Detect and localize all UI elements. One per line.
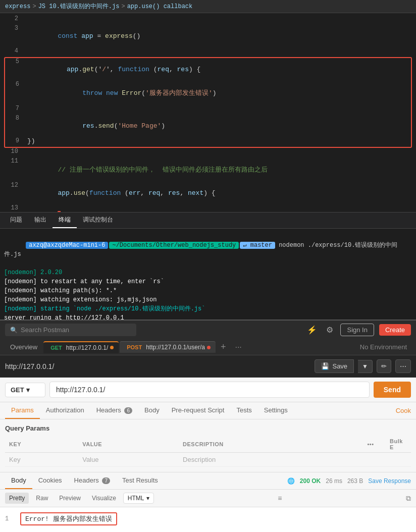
current-url: http://127.0.0.1/ — [5, 362, 310, 370]
resp-tab-cookies[interactable]: Cookies — [32, 472, 68, 489]
filter-icon[interactable]: ≡ — [278, 494, 282, 502]
value-column-header: VALUE — [78, 436, 179, 453]
more-tabs-button[interactable]: ··· — [231, 343, 245, 352]
code-line: 2 — [0, 15, 416, 25]
request-option-tabs: Params Authorization Headers 6 Body Pre-… — [0, 402, 416, 419]
param-value-input[interactable]: Value — [78, 453, 179, 467]
add-tab-button[interactable]: + — [217, 342, 230, 352]
environment-selector[interactable]: No Environment — [356, 341, 411, 353]
code-lines: 2 3 const app = express() 4 5 app.get('/… — [0, 13, 416, 212]
postman-header: 🔍 Search Postman ⚡ ⚙ Sign In Create — [0, 321, 416, 339]
code-line: 11 // 注册一个错误级别的中间件， 错误中间件必须注册在所有路由之后 — [0, 157, 416, 182]
sign-in-button[interactable]: Sign In — [340, 324, 374, 336]
response-format-bar: Pretty Raw Preview Visualize HTML ▾ ≡ ⧉ — [0, 490, 416, 507]
terminal-path: ~/Documents/Other/web_nodejs_study — [109, 242, 239, 249]
query-params-section: Query Params KEY VALUE DESCRIPTION ••• B… — [0, 419, 416, 472]
req-tab-pre-request[interactable]: Pre-request Script — [166, 402, 231, 419]
response-error-text: Error! 服务器内部发生错误 — [20, 512, 117, 525]
method-chevron: ▾ — [26, 386, 30, 394]
resp-tab-test-results[interactable]: Test Results — [116, 472, 164, 489]
search-icon: 🔍 — [10, 327, 18, 334]
status-ok-badge: 200 OK — [300, 477, 321, 485]
terminal-tab-issues[interactable]: 问题 — [4, 212, 28, 228]
url-input[interactable] — [49, 382, 370, 398]
postman-search-bar[interactable]: 🔍 Search Postman — [5, 324, 136, 336]
description-column-header: DESCRIPTION — [179, 436, 355, 453]
terminal-line: [nodemon] to restart at any time, enter … — [4, 277, 412, 286]
send-button[interactable]: Send — [374, 382, 411, 398]
response-time: 26 ms — [326, 477, 342, 485]
terminal-line: server runing at http://127.0.0.1 — [4, 313, 412, 320]
save-response-button[interactable]: Save Response — [368, 477, 411, 485]
code-line: 13 console.log('发生了错误：' + err.message); — [0, 204, 416, 212]
params-table: KEY VALUE DESCRIPTION ••• Bulk E Key Val… — [5, 436, 411, 467]
save-button[interactable]: 💾 Save — [315, 359, 354, 373]
language-chevron: ▾ — [146, 495, 149, 502]
copy-icon[interactable]: ⧉ — [406, 494, 411, 503]
req-tab-settings[interactable]: Settings — [258, 402, 294, 419]
request-row: GET ▾ Send — [0, 378, 416, 402]
req-tab-auth[interactable]: Authorization — [40, 402, 90, 419]
response-line-1: 1 Error! 服务器内部发生错误 — [5, 512, 411, 525]
tab-url-get: http://127.0.0.1/ — [66, 344, 108, 351]
modified-indicator-get — [110, 346, 114, 349]
request-tab-post[interactable]: POST http://127.0.0.1/user/a — [120, 341, 216, 353]
highlight-block: 5 app.get('/', function (req, res) { 6 t… — [4, 57, 412, 148]
req-tab-tests[interactable]: Tests — [230, 402, 257, 419]
overview-tab[interactable]: Overview — [5, 339, 42, 355]
tab-url-post: http://127.0.0.1/user/a — [146, 344, 205, 351]
query-params-title: Query Params — [5, 424, 411, 432]
terminal-tab-debug[interactable]: 调试控制台 — [77, 212, 119, 228]
method-post-badge: POST — [125, 344, 144, 351]
req-tab-body[interactable]: Body — [138, 402, 166, 419]
create-button[interactable]: Create — [379, 324, 411, 336]
param-row-empty: Key Value Description — [5, 453, 411, 467]
param-key-input[interactable]: Key — [5, 453, 78, 467]
format-pretty-button[interactable]: Pretty — [5, 493, 29, 504]
selected-method: GET — [11, 386, 24, 394]
method-selector[interactable]: GET ▾ — [5, 383, 45, 397]
response-size: 263 B — [347, 477, 363, 485]
format-raw-button[interactable]: Raw — [32, 493, 52, 504]
req-tab-headers[interactable]: Headers 6 — [90, 402, 138, 419]
response-tabs-bar: Body Cookies Headers 7 Test Results 🌐 20… — [0, 472, 416, 490]
line-number: 1 — [5, 515, 15, 522]
search-placeholder: Search Postman — [21, 326, 69, 334]
req-tab-params[interactable]: Params — [5, 402, 40, 419]
code-line: 12 app.use(function (err, req, res, next… — [0, 182, 416, 204]
code-line: 4 — [0, 47, 416, 57]
breadcrumb: express > JS 10.错误级别的中间件.js > app.use() … — [0, 0, 416, 13]
language-selector[interactable]: HTML ▾ — [123, 493, 154, 504]
code-line: 3 const app = express() — [0, 25, 416, 47]
resp-tab-body[interactable]: Body — [5, 472, 32, 489]
format-visualize-button[interactable]: Visualize — [88, 493, 120, 504]
headers-count-badge: 6 — [124, 407, 132, 414]
request-tab-get[interactable]: GET http://127.0.0.1/ — [43, 341, 119, 353]
resp-headers-count-badge: 7 — [102, 477, 110, 484]
terminal-tab-output[interactable]: 输出 — [28, 212, 53, 228]
globe-icon: 🌐 — [287, 477, 295, 485]
modified-indicator-post — [207, 346, 211, 349]
terminal-line: [nodemon] 2.0.20 — [4, 268, 412, 277]
header-actions: ⚡ ⚙ Sign In Create — [305, 324, 411, 336]
cookies-link[interactable]: Cook — [396, 407, 411, 414]
request-tabs-bar: Overview GET http://127.0.0.1/ POST http… — [0, 339, 416, 355]
terminal-line: [nodemon] starting `node ./express/10.错误… — [4, 304, 412, 313]
resp-tab-headers[interactable]: Headers 7 — [68, 472, 116, 489]
code-editor: express > JS 10.错误级别的中间件.js > app.use() … — [0, 0, 416, 212]
actions-column-header: ••• — [355, 436, 386, 453]
terminal-line: [nodemon] watching extensions: js,mjs,js… — [4, 295, 412, 304]
settings-icon[interactable]: ⚙ — [324, 324, 335, 336]
format-preview-button[interactable]: Preview — [55, 493, 85, 504]
param-desc-input[interactable]: Description — [179, 453, 355, 467]
response-status-area: 🌐 200 OK 26 ms 263 B Save Response — [287, 477, 411, 485]
postman-section: 🔍 Search Postman ⚡ ⚙ Sign In Create Over… — [0, 320, 416, 532]
terminal-tab-terminal[interactable]: 终端 — [53, 212, 77, 228]
sync-icon[interactable]: ⚡ — [305, 324, 319, 336]
edit-button[interactable]: ✏ — [377, 359, 391, 373]
terminal-branch: ↵ master — [240, 242, 275, 249]
terminal-host: axzq@axzqdeMac-mini-6 — [26, 242, 108, 249]
share-button[interactable]: ⋯ — [395, 359, 411, 373]
save-dropdown[interactable]: ▼ — [358, 360, 373, 373]
code-line: 10 — [0, 148, 416, 157]
